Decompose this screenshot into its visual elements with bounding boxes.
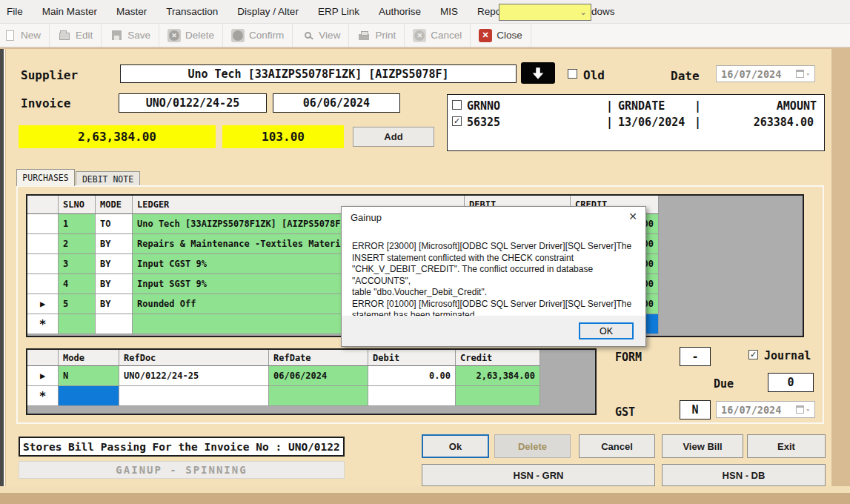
cell-slno[interactable]: 2 [59, 234, 96, 254]
new-button[interactable]: New [0, 24, 50, 47]
new-row-marker[interactable]: * [27, 386, 59, 406]
cell-debit[interactable] [368, 386, 456, 406]
bill-description-field[interactable]: Stores Bill Passing For the Invoice No :… [19, 437, 345, 457]
confirm-button[interactable]: Confirm [223, 24, 293, 47]
dialog-message-line: ERROR [23000] [Microsoft][ODBC SQL Serve… [352, 241, 637, 253]
new-row: * [27, 386, 595, 406]
ok-button[interactable]: Ok [422, 434, 489, 458]
gst-date-field[interactable]: 16/07/2024 ▾ [716, 401, 815, 418]
supplier-input[interactable]: Uno Tech [33AIZPS5078F1ZK] [AIZPS5078F] [120, 64, 517, 83]
cell-credit[interactable]: 2,63,384.00 [456, 366, 540, 386]
header-mode: MODE [96, 196, 133, 214]
calendar-dropdown-icon[interactable]: ▾ [806, 406, 810, 414]
menu-item-authorise[interactable]: Authorise [369, 6, 431, 17]
cell-mode[interactable]: N [59, 366, 119, 386]
cancel-button[interactable]: ✕Cancel [405, 24, 471, 47]
menu-item-mis[interactable]: MIS [431, 6, 468, 17]
cell-mode[interactable]: BY [96, 294, 133, 314]
tab-purchases[interactable]: PURCHASES [16, 169, 75, 186]
new-row-marker[interactable]: * [27, 314, 59, 334]
header-mode: Mode [59, 350, 119, 366]
header-credit: Credit [456, 350, 540, 366]
menu-item-file[interactable]: File [0, 6, 33, 17]
row-selector[interactable] [27, 214, 59, 234]
cell-refdate[interactable] [269, 386, 368, 406]
cell-slno[interactable]: 5 [59, 294, 96, 314]
calendar-dropdown-icon[interactable]: ▾ [806, 70, 810, 78]
current-row-marker[interactable]: ▶ [27, 294, 59, 314]
cell-mode[interactable]: BY [96, 274, 133, 294]
dialog-close-icon[interactable]: ✕ [628, 210, 637, 222]
row-selector[interactable] [27, 274, 59, 294]
gst-date-value: 16/07/2024 [721, 404, 781, 416]
delete-bill-button: Delete [494, 434, 571, 458]
supplier-lookup-button[interactable] [521, 62, 555, 84]
view-bill-button[interactable]: View Bill [662, 434, 743, 458]
delete-button[interactable]: ✕Delete [159, 24, 223, 47]
cell-refdate[interactable]: 06/06/2024 [269, 366, 368, 386]
menu-item-main-master[interactable]: Main Master [33, 6, 107, 17]
exit-button[interactable]: Exit [747, 434, 826, 458]
new-label: New [21, 30, 41, 41]
current-row-marker[interactable]: ▶ [27, 366, 59, 386]
window-bottom-edge [0, 493, 850, 504]
cancel-bill-button[interactable]: Cancel [579, 434, 655, 458]
due-field[interactable]: 0 [768, 373, 814, 392]
grn-row-checkbox[interactable]: ✓ [452, 116, 462, 126]
gst-field[interactable]: N [680, 400, 711, 420]
menu-item-erp-link[interactable]: ERP Link [308, 6, 369, 17]
cell-credit[interactable] [456, 386, 540, 406]
bill-amount-field[interactable]: 2,63,384.00 [19, 125, 216, 148]
cell-slno[interactable]: 4 [59, 274, 96, 294]
hsn-db-button[interactable]: HSN - DB [662, 464, 826, 486]
cell-mode[interactable]: BY [96, 254, 133, 274]
cell-slno[interactable] [59, 314, 96, 334]
cancel-label: Cancel [431, 30, 462, 41]
save-button[interactable]: Save [102, 24, 159, 47]
close-button[interactable]: ✕Close [471, 24, 531, 47]
save-floppy-icon [110, 29, 123, 42]
cell-refdoc[interactable] [119, 386, 269, 406]
grn-row-no[interactable]: 56325 [467, 116, 500, 129]
view-button[interactable]: View [293, 24, 349, 47]
edit-label: Edit [76, 30, 93, 41]
calendar-icon[interactable] [796, 405, 804, 414]
invoice-date-input[interactable]: 06/06/2024 [273, 93, 400, 113]
edit-button[interactable]: Edit [50, 24, 102, 47]
form-field[interactable]: - [680, 347, 711, 366]
tab-debit-note[interactable]: DEBIT NOTE [76, 171, 140, 186]
cell-mode[interactable]: TO [96, 214, 133, 234]
print-button[interactable]: Print [349, 24, 405, 47]
journal-checkbox[interactable]: ✓ [748, 350, 758, 359]
cell-mode[interactable]: BY [96, 234, 133, 254]
row-selector[interactable] [27, 254, 59, 274]
menu-item-transaction[interactable]: Transaction [156, 6, 228, 17]
chevron-down-icon[interactable]: ⌄ [576, 7, 591, 17]
add-button[interactable]: Add [353, 127, 434, 147]
cell-mode[interactable] [96, 314, 133, 334]
menu-item-master[interactable]: Master [107, 6, 156, 17]
windows-selector-combo[interactable]: ⌄ [499, 4, 591, 21]
old-label: Old [583, 68, 605, 82]
date-field[interactable]: 16/07/2024 ▾ [716, 65, 815, 82]
cell-debit[interactable]: 0.00 [368, 366, 456, 386]
cell-slno[interactable]: 3 [59, 254, 96, 274]
cell-mode-selected[interactable] [59, 386, 119, 406]
cell-refdoc[interactable]: UNO/0122/24-25 [119, 366, 269, 386]
dialog-ok-button[interactable]: OK [579, 322, 634, 339]
calendar-icon[interactable] [796, 70, 804, 78]
cell-slno[interactable]: 1 [59, 214, 96, 234]
cancel-icon: ✕ [413, 29, 426, 42]
old-checkbox[interactable] [568, 69, 577, 79]
grn-select-all-checkbox[interactable] [452, 100, 462, 110]
company-status-bar: GAINUP - SPINNING [19, 461, 345, 479]
delete-label: Delete [185, 30, 214, 41]
hsn-grn-button[interactable]: HSN - GRN [422, 464, 655, 486]
edit-folder-icon [58, 29, 71, 42]
row-selector[interactable] [27, 234, 59, 254]
invoice-number-input[interactable]: UNO/0122/24-25 [119, 93, 267, 113]
menu-item-display-alter[interactable]: Display / Alter [228, 6, 308, 17]
toolbar: New Edit Save ✕Delete Confirm View Print… [0, 24, 850, 47]
journal-label: Journal [764, 349, 811, 362]
quantity-field[interactable]: 103.00 [222, 125, 344, 148]
